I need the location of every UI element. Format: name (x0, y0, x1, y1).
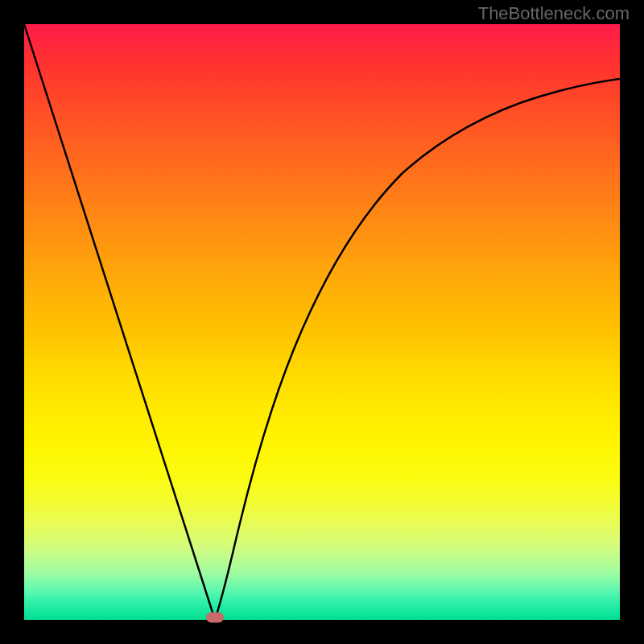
chart-curve (24, 24, 620, 620)
watermark-text: TheBottleneck.com (478, 3, 630, 24)
chart-plot-area (24, 24, 620, 620)
curve-path (24, 24, 620, 620)
chart-marker (206, 613, 224, 623)
